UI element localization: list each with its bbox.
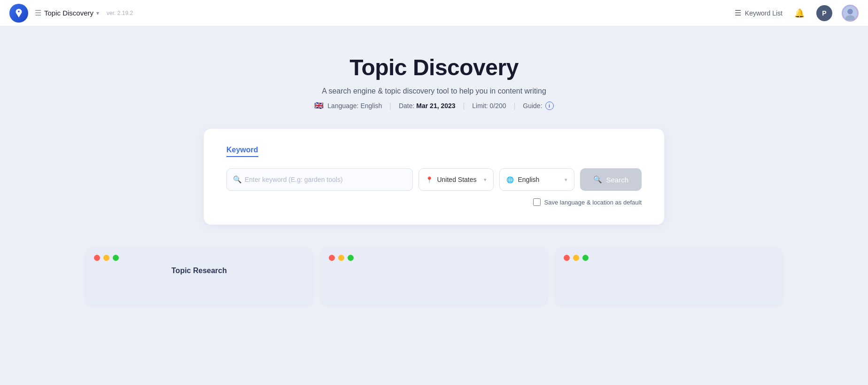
search-button-label: Search [606,176,628,184]
guide-meta: Guide: i [523,102,553,110]
language-label: English [518,176,539,183]
save-default-row: Save language & location as default [226,198,642,206]
limit-value: 0/200 [490,102,506,110]
traffic-yellow-1 [103,255,109,261]
traffic-green-1 [113,255,119,261]
traffic-green-2 [348,255,354,261]
page-title: Topic Discovery [349,55,519,80]
svg-point-1 [847,8,853,14]
traffic-yellow-3 [573,255,579,261]
bottom-cards-row: Topic Research [86,248,782,305]
guide-info-icon[interactable]: i [545,102,554,110]
bell-icon: 🔔 [794,8,805,18]
main-content: Topic Discovery A search engine & topic … [0,26,868,323]
notification-bell-button[interactable]: 🔔 [792,6,807,21]
app-version: ver. 2.19.2 [107,10,133,16]
search-icon: 🔍 [233,175,242,184]
bottom-card-1: Topic Research [86,248,312,305]
location-label: United States [437,176,476,183]
traffic-red-1 [94,255,100,261]
date-meta: Date: Mar 21, 2023 [399,102,456,110]
app-title: Topic Discovery [44,9,93,17]
language-select[interactable]: 🌐 English ▾ [499,168,574,191]
location-select[interactable]: 📍 United States ▾ [418,168,494,191]
traffic-red-2 [329,255,335,261]
language-label: Language: [327,102,358,110]
card-title-1: Topic Research [86,267,312,275]
page-meta: 🇬🇧 Language: English | Date: Mar 21, 202… [314,101,553,110]
save-default-checkbox[interactable] [533,198,541,206]
app-logo[interactable] [9,4,28,23]
search-button-icon: 🔍 [593,175,602,184]
search-card: Keyword 🔍 📍 United States ▾ 🌐 English ▾ … [204,129,664,225]
keyword-list-button[interactable]: ☰ Keyword List [735,8,783,17]
location-chevron-icon: ▾ [484,177,487,183]
meta-separator-2: | [463,102,465,110]
meta-separator-3: | [514,102,516,110]
save-default-label[interactable]: Save language & location as default [544,199,642,206]
limit-label: Limit: [472,102,488,110]
menu-lines-icon: ☰ [35,8,41,17]
traffic-lights-1 [86,248,312,265]
bottom-card-3 [556,248,782,305]
app-title-area[interactable]: ☰ Topic Discovery ▾ [35,8,99,17]
language-chevron-icon: ▾ [565,177,567,183]
language-meta: 🇬🇧 Language: English [314,101,382,110]
traffic-lights-3 [556,248,782,265]
limit-meta: Limit: 0/200 [472,102,506,110]
keyword-list-label: Keyword List [745,9,783,17]
location-pin-icon: 📍 [426,176,433,183]
list-icon: ☰ [735,8,741,17]
user-avatar[interactable] [842,5,859,22]
search-button[interactable]: 🔍 Search [580,168,642,191]
language-flag: 🇬🇧 [314,102,324,110]
title-chevron-icon: ▾ [96,10,99,16]
traffic-green-3 [582,255,589,261]
meta-separator-1: | [389,102,391,110]
keyword-search-input[interactable] [226,168,413,191]
traffic-yellow-2 [338,255,344,261]
language-globe-icon: 🌐 [506,176,514,183]
traffic-lights-2 [321,248,547,265]
p-badge-button[interactable]: P [816,5,832,21]
bottom-card-2 [321,248,547,305]
traffic-red-3 [564,255,570,261]
topnav-right: ☰ Keyword List 🔔 P [735,5,859,22]
search-row: 🔍 📍 United States ▾ 🌐 English ▾ 🔍 Search [226,168,642,191]
date-label: Date: [399,102,414,110]
guide-label: Guide: [523,102,542,110]
language-value: English [360,102,382,110]
keyword-tab[interactable]: Keyword [226,146,258,157]
date-value: Mar 21, 2023 [416,102,455,110]
page-subtitle: A search engine & topic discovery tool t… [322,87,546,95]
topnav: ☰ Topic Discovery ▾ ver. 2.19.2 ☰ Keywor… [0,0,868,26]
search-input-wrap: 🔍 [226,168,413,191]
